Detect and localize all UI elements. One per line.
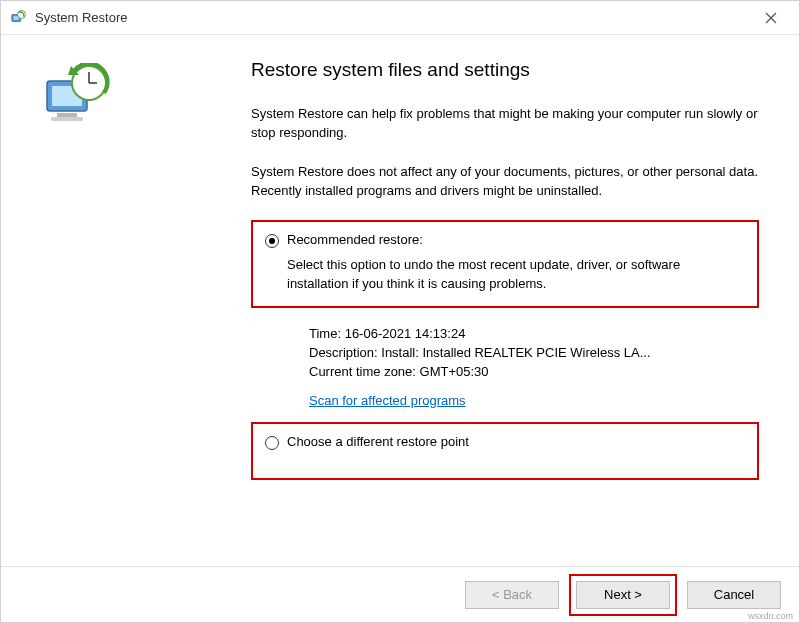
content: Restore system files and settings System… xyxy=(191,35,799,565)
scan-affected-programs-link[interactable]: Scan for affected programs xyxy=(309,393,466,408)
restore-point-details: Time: 16-06-2021 14:13:24 Description: I… xyxy=(309,326,759,379)
detail-description: Description: Install: Installed REALTEK … xyxy=(309,345,759,360)
window-title: System Restore xyxy=(35,10,751,25)
recommended-restore-radio[interactable]: Recommended restore: xyxy=(265,232,745,248)
recommended-restore-description: Select this option to undo the most rece… xyxy=(287,256,745,294)
different-restore-point-highlight: Choose a different restore point xyxy=(251,422,759,480)
dialog-body: Restore system files and settings System… xyxy=(1,35,799,565)
wizard-icon xyxy=(41,63,111,133)
next-button-highlight: Next > xyxy=(569,574,677,616)
radio-icon xyxy=(265,234,279,248)
intro-paragraph-2: System Restore does not affect any of yo… xyxy=(251,163,759,201)
close-button[interactable] xyxy=(751,4,791,32)
different-restore-point-radio[interactable]: Choose a different restore point xyxy=(265,434,745,450)
recommended-restore-label: Recommended restore: xyxy=(287,232,423,247)
cancel-button[interactable]: Cancel xyxy=(687,581,781,609)
system-restore-window: System Restore xyxy=(0,0,800,623)
sidebar xyxy=(1,35,191,565)
watermark: wsxdn.com xyxy=(748,611,793,621)
footer: < Back Next > Cancel xyxy=(1,566,799,622)
svg-rect-9 xyxy=(51,117,83,121)
app-icon xyxy=(9,9,27,27)
page-heading: Restore system files and settings xyxy=(251,59,759,81)
svg-rect-8 xyxy=(57,113,77,117)
radio-icon xyxy=(265,436,279,450)
different-restore-point-label: Choose a different restore point xyxy=(287,434,469,449)
titlebar: System Restore xyxy=(1,1,799,35)
detail-time: Time: 16-06-2021 14:13:24 xyxy=(309,326,759,341)
back-button: < Back xyxy=(465,581,559,609)
intro-paragraph-1: System Restore can help fix problems tha… xyxy=(251,105,759,143)
next-button[interactable]: Next > xyxy=(576,581,670,609)
recommended-restore-highlight: Recommended restore: Select this option … xyxy=(251,220,759,308)
detail-timezone: Current time zone: GMT+05:30 xyxy=(309,364,759,379)
